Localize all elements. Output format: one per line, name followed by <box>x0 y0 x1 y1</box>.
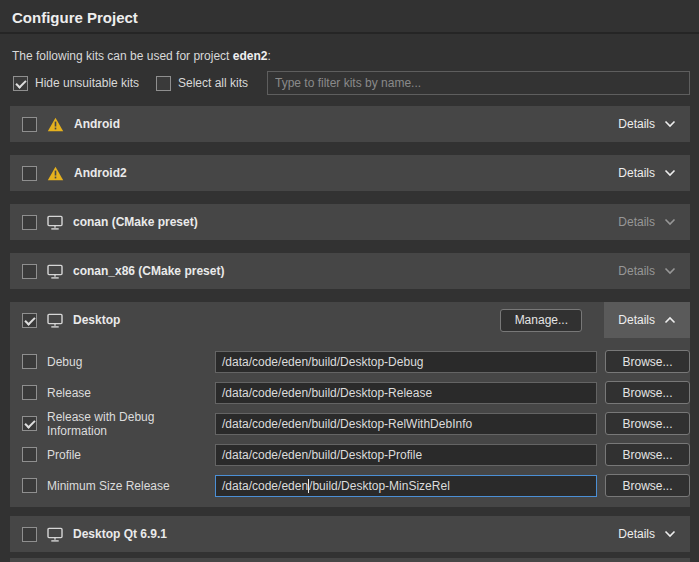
chevron-down-icon <box>664 169 676 177</box>
kit-header[interactable]: Android Manage... Details <box>10 106 690 142</box>
build-config-label-group: Profile <box>22 447 215 462</box>
build-config-checkbox[interactable] <box>22 447 37 462</box>
build-config-row: Debug /data/code/eden/build/Desktop-Debu… <box>22 350 690 373</box>
details-label: Details <box>618 527 655 541</box>
kit-name: Android <box>74 117 120 131</box>
kit-checkbox[interactable] <box>22 527 37 542</box>
desktop-icon <box>47 313 63 328</box>
select-all-kits-checkbox[interactable]: Select all kits <box>156 75 248 91</box>
build-config-row: Profile /data/code/eden/build/Desktop-Pr… <box>22 443 690 466</box>
build-dir-input[interactable]: /data/code/eden/build/Desktop-Release <box>215 382 597 404</box>
browse-button[interactable]: Browse... <box>605 350 690 373</box>
details-button[interactable]: Details <box>604 302 690 338</box>
kit-header[interactable]: conan_x86 (CMake preset) Manage... Detai… <box>10 253 690 289</box>
build-config-label-group: Debug <box>22 354 215 369</box>
details-button[interactable]: Details <box>604 253 690 289</box>
intro-text: The following kits can be used for proje… <box>12 49 271 63</box>
kit-row: conan (CMake preset) Manage... Details <box>10 204 690 240</box>
browse-button[interactable]: Browse... <box>605 381 690 404</box>
build-dir-input[interactable]: /data/code/eden/build/Desktop-RelWithDeb… <box>215 413 597 435</box>
kit-filter-input[interactable] <box>267 71 690 95</box>
warning-icon <box>47 117 64 132</box>
details-label: Details <box>618 313 655 327</box>
kit-name: conan (CMake preset) <box>73 215 198 229</box>
kit-checkbox[interactable] <box>22 166 37 181</box>
build-dir-input[interactable]: /data/code/eden/build/Desktop-Debug <box>215 351 597 373</box>
hide-unsuitable-kits-checkbox[interactable]: Hide unsuitable kits <box>13 75 139 91</box>
page-title: Configure Project <box>12 9 138 26</box>
checkbox-checked-icon[interactable] <box>13 76 28 91</box>
kit-checkbox[interactable] <box>22 215 37 230</box>
chevron-down-icon <box>664 267 676 275</box>
build-config-checkbox[interactable] <box>22 478 37 493</box>
details-button[interactable]: Details <box>604 106 690 142</box>
kit-header[interactable]: Desktop Manage... Details <box>10 302 690 338</box>
build-config-label-group: Minimum Size Release <box>22 478 215 493</box>
checkbox-unchecked-icon[interactable] <box>156 76 171 91</box>
chevron-down-icon <box>664 530 676 538</box>
kit-row: Desktop Manage... Details Debug /data/co… <box>10 302 690 507</box>
manage-button[interactable]: Manage... <box>500 309 582 332</box>
hide-unsuitable-kits-label: Hide unsuitable kits <box>35 76 139 90</box>
kit-checkbox[interactable] <box>22 117 37 132</box>
build-config-label: Profile <box>47 448 81 462</box>
details-button[interactable]: Details <box>604 155 690 191</box>
kit-name: Android2 <box>74 166 127 180</box>
desktop-icon <box>47 527 63 542</box>
details-label: Details <box>618 264 655 278</box>
configure-project-page: Configure Project The following kits can… <box>0 0 699 562</box>
kit-header[interactable]: Desktop Qt 6.9.1 Manage... Details <box>10 516 690 552</box>
browse-button[interactable]: Browse... <box>605 474 690 497</box>
kit-name: conan_x86 (CMake preset) <box>73 264 224 278</box>
title-divider <box>0 32 699 34</box>
kit-checkbox[interactable] <box>22 313 37 328</box>
kit-header[interactable]: Android2 Manage... Details <box>10 155 690 191</box>
partial-next-row <box>10 558 690 562</box>
build-config-checkbox[interactable] <box>22 385 37 400</box>
build-dir-input[interactable]: /data/code/eden/build/Desktop-MinSizeRel <box>215 475 597 497</box>
warning-icon <box>47 166 64 181</box>
kit-row: Android Manage... Details <box>10 106 690 142</box>
kit-row: conan_x86 (CMake preset) Manage... Detai… <box>10 253 690 289</box>
build-config-label: Release <box>47 386 91 400</box>
chevron-up-icon <box>664 316 676 324</box>
desktop-icon <box>47 264 63 279</box>
build-config-label-group: Release <box>22 385 215 400</box>
chevron-down-icon <box>664 120 676 128</box>
browse-button[interactable]: Browse... <box>605 412 690 435</box>
build-config-row: Release with Debug Information /data/cod… <box>22 412 690 435</box>
build-config-checkbox[interactable] <box>22 354 37 369</box>
project-name: eden2 <box>233 49 268 63</box>
details-button[interactable]: Details <box>604 516 690 552</box>
build-config-checkbox[interactable] <box>22 416 37 431</box>
chevron-down-icon <box>664 218 676 226</box>
desktop-icon <box>47 215 63 230</box>
build-config-label: Release with Debug Information <box>47 410 215 438</box>
build-config-row: Minimum Size Release /data/code/eden/bui… <box>22 474 690 497</box>
kit-header[interactable]: conan (CMake preset) Manage... Details <box>10 204 690 240</box>
browse-button[interactable]: Browse... <box>605 443 690 466</box>
details-button[interactable]: Details <box>604 204 690 240</box>
details-label: Details <box>618 166 655 180</box>
kit-row: Desktop Qt 6.9.1 Manage... Details <box>10 516 690 552</box>
build-config-label: Debug <box>47 355 82 369</box>
select-all-kits-label: Select all kits <box>178 76 248 90</box>
build-config-row: Release /data/code/eden/build/Desktop-Re… <box>22 381 690 404</box>
details-label: Details <box>618 117 655 131</box>
kit-name: Desktop <box>73 313 120 327</box>
build-dir-input[interactable]: /data/code/eden/build/Desktop-Profile <box>215 444 597 466</box>
kit-row: Android2 Manage... Details <box>10 155 690 191</box>
build-config-label: Minimum Size Release <box>47 479 170 493</box>
kit-name: Desktop Qt 6.9.1 <box>73 527 167 541</box>
build-config-label-group: Release with Debug Information <box>22 410 215 438</box>
kit-checkbox[interactable] <box>22 264 37 279</box>
details-label: Details <box>618 215 655 229</box>
